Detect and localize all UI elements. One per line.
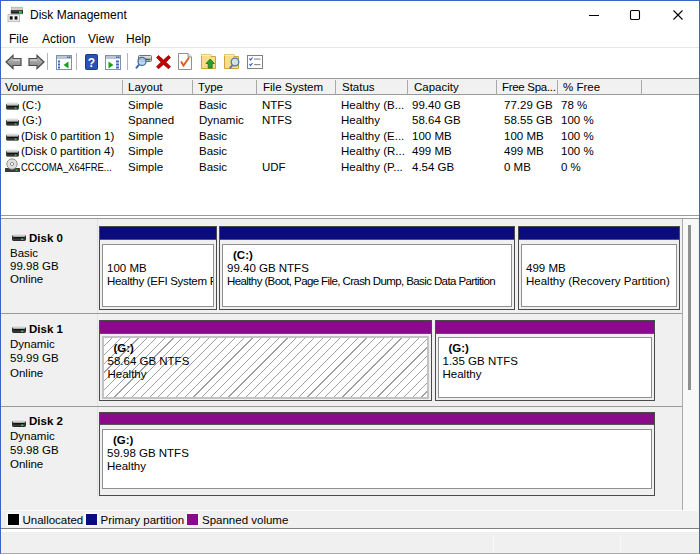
svg-text:?: ? xyxy=(88,56,95,70)
